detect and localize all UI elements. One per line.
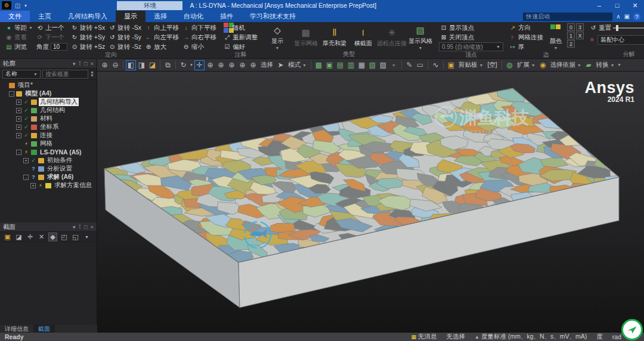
tree-expander[interactable]: + xyxy=(23,158,29,163)
zoom-fit-icon[interactable]: ⊕ xyxy=(216,60,226,70)
tab-display[interactable]: 显示 xyxy=(116,11,145,22)
zoom-previous-icon[interactable]: ⊕ xyxy=(237,60,247,70)
assistant-fab-button[interactable] xyxy=(621,319,643,340)
view-cube-icon[interactable]: ◧ xyxy=(126,60,136,70)
tree-item[interactable]: +✓材料 xyxy=(0,114,97,123)
zoom-selection-icon[interactable]: ⊕ xyxy=(227,60,237,70)
tree-item[interactable]: -?求解 (A6) xyxy=(0,173,97,181)
zoom-in-button[interactable]: ⊕放大 xyxy=(144,42,180,51)
pan-icon[interactable]: ✛ xyxy=(194,60,205,70)
previous-view-button[interactable]: ⟲上一个 xyxy=(35,23,69,32)
filter-expand-icons[interactable]: ▲▼ xyxy=(90,70,94,78)
select-faces-icon[interactable]: ▤ xyxy=(335,60,345,70)
pan-right-button[interactable]: →向右平移 xyxy=(181,33,218,42)
show-vertices-button[interactable]: ⊡显示顶点 xyxy=(439,23,503,32)
select-vertices-icon[interactable]: ▩ xyxy=(314,60,324,70)
tab-section[interactable]: 截面 xyxy=(33,325,55,333)
quick-launch-input[interactable] xyxy=(523,13,612,21)
tree-expander[interactable]: + xyxy=(16,100,21,105)
zoom-out-button[interactable]: ⊖缩小 xyxy=(181,42,218,51)
name-filter-dropdown[interactable]: 名称▼ xyxy=(2,70,41,79)
rescale-annotation-button[interactable]: ⤢重新调整 xyxy=(222,33,259,42)
pan-up-button[interactable]: ↑向上平移 xyxy=(144,23,180,32)
status-rad-unit[interactable]: rad xyxy=(612,333,621,340)
tree-item[interactable]: +✓几何结构导入 xyxy=(0,98,97,106)
tree-expander[interactable]: - xyxy=(23,175,29,180)
tree-expander[interactable]: + xyxy=(16,116,21,122)
type-button-2[interactable]: Ⅱ厚壳和梁 xyxy=(321,23,348,51)
tree-item[interactable]: +✓坐标系 xyxy=(0,123,97,131)
select-by-icon-icon[interactable]: ◉ xyxy=(538,60,548,70)
sliced-view-icon[interactable]: ◱ xyxy=(71,232,80,241)
edge-num-2-button[interactable]: 2 xyxy=(567,40,575,48)
tab-details[interactable]: 详细信息 xyxy=(0,325,33,333)
section-overflow-caret-icon[interactable]: ▼ xyxy=(82,232,91,241)
rotate-icon[interactable]: ↻ xyxy=(178,60,188,70)
panel-menu-caret-icon[interactable]: ▾ xyxy=(73,224,76,230)
edit-section-icon[interactable]: ◪ xyxy=(14,232,23,241)
status-selection[interactable]: 无选择 xyxy=(447,333,466,341)
viewport-3d[interactable]: 渊鱼科技 A b y s s f i s h T e c h Ansys 202… xyxy=(97,72,644,333)
pan-left-button[interactable]: ←向左平移 xyxy=(144,33,180,42)
image-capture-icon[interactable]: ⧉ xyxy=(163,60,173,70)
tab-addons[interactable]: 插件 xyxy=(212,11,242,22)
select-by-dropdown[interactable]: 选择依据▼ xyxy=(549,61,583,69)
zoom-out-icon[interactable]: ⊖ xyxy=(110,60,120,70)
edge-num-0-button[interactable]: 0 xyxy=(567,23,575,31)
clipboard-icon-icon[interactable]: ▣ xyxy=(446,60,456,70)
edge-num-x-button[interactable]: X xyxy=(576,32,584,39)
new-section-plane-icon[interactable]: ▣ xyxy=(3,232,12,241)
panel-menu-caret-icon[interactable]: ▾ xyxy=(73,61,76,67)
vertex-scale-dropdown[interactable]: 0.95 (自动缩放)▼ xyxy=(439,42,503,51)
toolbar-overflow-icon[interactable]: ▾ xyxy=(617,60,622,70)
select-nodes-icon[interactable]: ▦ xyxy=(357,60,367,70)
select-cursor-icon[interactable]: ➤ xyxy=(275,60,286,70)
tree-item[interactable]: 项目* xyxy=(0,81,97,89)
capped-view-icon[interactable]: ◰ xyxy=(60,232,69,241)
shaded-exterior-icon[interactable]: ◨ xyxy=(137,60,147,70)
preferences-button[interactable]: ☑偏好 xyxy=(222,42,259,51)
rotate-minus-sx-button[interactable]: ↺旋转 -Sx xyxy=(107,23,143,32)
tree-item[interactable]: +✓初始条件 xyxy=(0,156,97,165)
select-elements-icon[interactable]: ▧ xyxy=(367,60,377,70)
feedback-icon[interactable]: ▣ xyxy=(624,13,630,20)
isometric-button[interactable]: ●等距▼ xyxy=(4,23,34,32)
ribbon-collapse-icon[interactable]: ∧ xyxy=(616,13,620,20)
tree-expander[interactable]: + xyxy=(16,133,21,138)
extend-icon-icon[interactable]: ◍ xyxy=(504,60,515,70)
delete-section-icon[interactable]: ✕ xyxy=(37,232,46,241)
select-mesh-icon[interactable]: ▫ xyxy=(389,60,399,70)
tab-file[interactable]: 文件 xyxy=(0,11,30,22)
zoom-next-icon[interactable]: ⊕ xyxy=(248,60,258,70)
show-whole-body-icon[interactable]: ◆ xyxy=(48,232,57,241)
tree-expander[interactable]: + xyxy=(16,125,21,130)
environment-tab[interactable]: 环境 xyxy=(117,1,182,10)
extend-dropdown[interactable]: 扩展▼ xyxy=(515,61,537,69)
section-view-icon[interactable]: ◪ xyxy=(147,60,157,70)
browse-button[interactable]: ▤浏览 xyxy=(4,42,34,51)
tab-geometry-import[interactable]: 几何结构导入 xyxy=(60,11,116,22)
type-button-4[interactable]: ✳远程点连接 xyxy=(378,23,405,51)
zoom-in-icon[interactable]: ⊕ xyxy=(100,60,110,70)
clipboard-dropdown[interactable]: 剪贴板▼ xyxy=(457,61,485,69)
thickness-button[interactable]: ↦厚 xyxy=(508,42,544,51)
edge-num-3-button[interactable]: 3 xyxy=(576,23,584,31)
tree-expander[interactable]: + xyxy=(30,183,36,188)
edge-direction-button[interactable]: ↗方向 xyxy=(508,23,544,32)
random-colors-button[interactable]: 随机 xyxy=(222,23,259,32)
status-messages[interactable]: ▦无消息 xyxy=(411,333,437,341)
type-button-0[interactable]: ◇显示▼ xyxy=(264,23,291,51)
qat-customize-caret-icon[interactable]: ▼ xyxy=(23,4,27,8)
outline-search-input[interactable] xyxy=(42,70,88,79)
close-vertices-button[interactable]: ⊠关闭顶点 xyxy=(439,33,503,42)
tree-item[interactable]: ⚡网格 xyxy=(0,140,97,148)
pan-down-button[interactable]: ↓向下平移 xyxy=(181,23,218,32)
edge-num-1-button[interactable]: 1 xyxy=(567,32,575,39)
type-button-5[interactable]: ▧显示风格▼ xyxy=(407,23,434,51)
explode-slider[interactable] xyxy=(613,24,644,32)
status-units[interactable]: ▲度量标准 (mm、kg、N、s、mV、mA) xyxy=(475,333,587,341)
maximize-panel-icon[interactable]: □ xyxy=(84,224,87,230)
rotate-plus-sz-button[interactable]: ⊙旋转 +Sz xyxy=(70,42,106,51)
mesh-connection-button[interactable]: ⊦网格连接 xyxy=(508,33,544,42)
pin-icon[interactable]: ⊺ xyxy=(79,224,82,230)
